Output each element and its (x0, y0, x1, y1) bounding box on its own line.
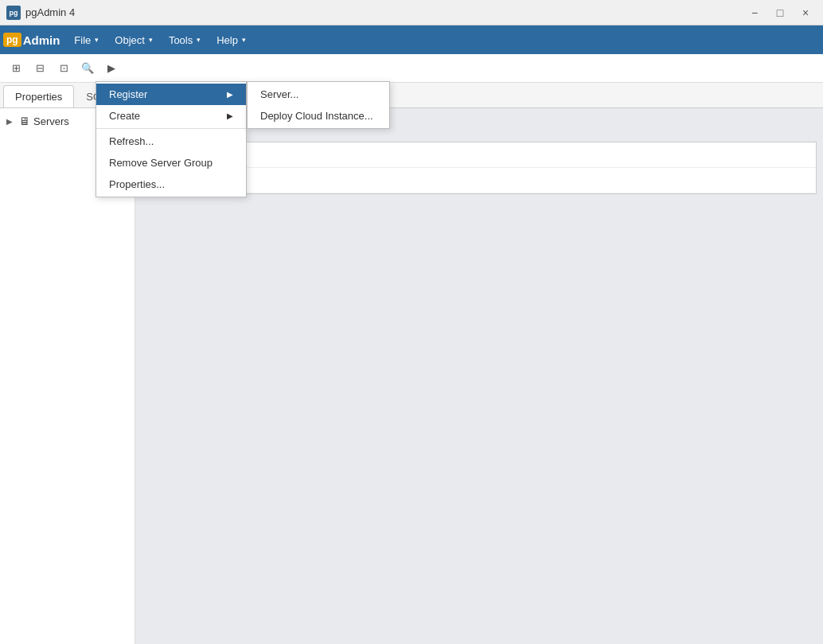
title-bar: pg pgAdmin 4 − □ × (0, 0, 823, 25)
ctx-refresh[interactable]: Refresh... (96, 131, 246, 152)
servers-icon: 🖥 (19, 115, 30, 127)
app-logo: pg Admin (3, 33, 60, 47)
object-arrow-icon: ▾ (149, 36, 153, 44)
admin-text: Admin (23, 33, 60, 47)
sub-server[interactable]: Server... (248, 84, 389, 105)
register-arrow-icon: ▶ (227, 90, 233, 99)
tab-properties[interactable]: Properties (3, 85, 74, 107)
pg-badge: pg (3, 33, 21, 47)
close-button[interactable]: × (794, 4, 817, 21)
context-menu: Register ▶ Create ▶ Refresh... Remove Se… (96, 81, 247, 197)
window-controls: − □ × (743, 4, 817, 21)
submenu: Server... Deploy Cloud Instance... (247, 81, 390, 129)
ctx-remove-server-group[interactable]: Remove Server Group (96, 152, 246, 174)
ctx-properties[interactable]: Properties... (96, 174, 246, 195)
help-arrow-icon: ▾ (242, 36, 246, 44)
title-bar-left: pg pgAdmin 4 (6, 6, 75, 20)
context-menu-wrapper: Register ▶ Create ▶ Refresh... Remove Se… (96, 81, 390, 197)
file-arrow-icon: ▾ (95, 36, 99, 44)
menu-file[interactable]: File ▾ (66, 31, 107, 49)
sub-deploy-cloud[interactable]: Deploy Cloud Instance... (248, 105, 389, 127)
ctx-register[interactable]: Register ▶ (96, 84, 246, 105)
menu-bar: pg Admin File ▾ Object ▾ Tools ▾ Help ▾ (0, 25, 823, 54)
menu-object[interactable]: Object ▾ (107, 31, 161, 49)
tools-arrow-icon: ▾ (197, 36, 201, 44)
ctx-create[interactable]: Create ▶ (96, 105, 246, 127)
search-button[interactable]: 🔍 (76, 58, 99, 79)
minimize-button[interactable]: − (743, 4, 766, 21)
ctx-divider (96, 128, 246, 129)
servers-expand-icon: ▶ (6, 117, 16, 126)
view-data-button[interactable]: ⊞ (5, 58, 27, 79)
maximize-button[interactable]: □ (769, 4, 791, 21)
execute-button[interactable]: ▶ (100, 58, 123, 79)
toolbar: ⊞ ⊟ ⊡ 🔍 ▶ (0, 54, 823, 83)
app-icon: pg (6, 6, 21, 20)
create-arrow-icon: ▶ (227, 111, 233, 120)
app-title: pgAdmin 4 (25, 6, 75, 18)
menu-tools[interactable]: Tools ▾ (161, 31, 209, 49)
properties-button[interactable]: ⊡ (53, 58, 75, 79)
table-button[interactable]: ⊟ (29, 58, 51, 79)
menu-help[interactable]: Help ▾ (209, 31, 254, 49)
